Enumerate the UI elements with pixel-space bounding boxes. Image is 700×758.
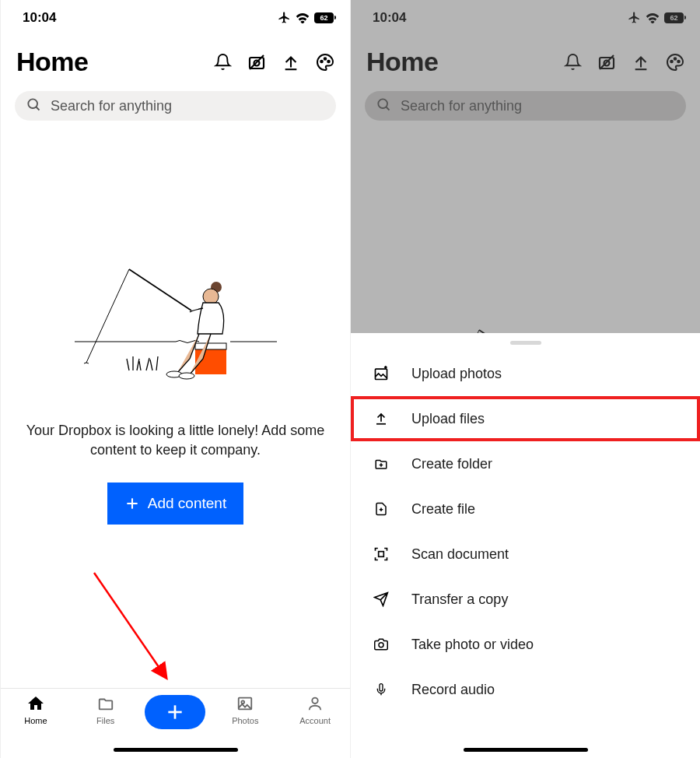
wifi-icon [646, 12, 660, 23]
status-time: 10:04 [23, 10, 56, 26]
airplane-mode-icon [278, 11, 291, 24]
search-placeholder: Search for anything [401, 98, 522, 114]
svg-point-30 [670, 60, 673, 62]
plus-icon [124, 496, 140, 511]
sheet-handle[interactable] [510, 341, 541, 345]
menu-label: Scan document [411, 546, 509, 563]
svg-point-7 [28, 99, 37, 108]
nav-files[interactable]: Files [71, 693, 141, 725]
svg-point-44 [379, 643, 383, 647]
nav-files-label: Files [96, 716, 114, 725]
empty-state-illustration [75, 242, 277, 390]
folder-icon [96, 693, 116, 714]
menu-create-file[interactable]: Create file [351, 486, 700, 532]
svg-line-34 [387, 107, 390, 111]
create-file-icon [373, 500, 390, 518]
palette-icon[interactable] [316, 53, 334, 72]
menu-create-folder[interactable]: Create folder [351, 441, 700, 486]
upload-files-icon [373, 410, 390, 427]
status-icons: 62 [278, 11, 336, 24]
create-folder-icon [373, 455, 390, 472]
battery-level: 62 [314, 12, 334, 23]
notifications-icon[interactable] [213, 53, 232, 72]
search-icon [376, 97, 391, 115]
status-bar: 10:04 62 [351, 0, 700, 28]
svg-point-31 [674, 58, 677, 60]
camera-off-icon[interactable] [247, 53, 266, 72]
nav-home[interactable]: Home [1, 693, 71, 725]
menu-record-audio[interactable]: Record audio [351, 667, 700, 712]
status-icons: 62 [628, 11, 686, 24]
nav-account-label: Account [299, 716, 331, 725]
upload-icon[interactable] [632, 53, 650, 72]
svg-point-5 [324, 58, 327, 60]
page-title: Home [366, 47, 438, 77]
home-indicator[interactable] [464, 748, 588, 752]
nav-photos-label: Photos [232, 716, 258, 725]
status-time: 10:04 [373, 10, 406, 26]
svg-point-4 [320, 60, 323, 62]
menu-transfer-copy[interactable]: Transfer a copy [351, 577, 700, 622]
notifications-icon[interactable] [563, 53, 582, 72]
nav-home-label: Home [24, 716, 47, 725]
airplane-mode-icon [628, 11, 641, 24]
svg-point-25 [312, 698, 317, 704]
menu-take-photo[interactable]: Take photo or video [351, 622, 700, 667]
add-content-button[interactable]: Add content [107, 483, 243, 525]
status-bar: 10:04 62 [1, 0, 350, 28]
menu-upload-files[interactable]: Upload files [351, 396, 700, 441]
palette-icon[interactable] [666, 53, 684, 72]
search-bar[interactable]: Search for anything [15, 91, 336, 121]
send-icon [373, 591, 390, 608]
menu-upload-photos[interactable]: Upload photos [351, 351, 700, 396]
menu-scan-document[interactable]: Scan document [351, 532, 700, 577]
photo-upload-icon [373, 365, 390, 382]
menu-label: Take photo or video [411, 637, 534, 653]
svg-point-6 [327, 60, 330, 62]
search-icon [26, 97, 41, 115]
menu-label: Create file [411, 501, 475, 518]
battery-indicator: 62 [664, 12, 686, 23]
camera-off-icon[interactable] [597, 53, 616, 72]
photo-icon [235, 693, 255, 714]
nav-photos[interactable]: Photos [210, 693, 280, 725]
screen-add-menu: 10:04 62 Home [350, 0, 700, 758]
scan-icon [373, 546, 390, 563]
dimmed-background[interactable] [351, 125, 700, 343]
action-sheet: Upload photos Upload files Create folder… [351, 333, 700, 758]
menu-label: Transfer a copy [411, 591, 508, 608]
empty-state-message: Your Dropbox is looking a little lonely!… [20, 421, 331, 459]
home-indicator[interactable] [114, 748, 238, 752]
svg-point-24 [242, 700, 245, 704]
svg-rect-12 [195, 343, 226, 349]
main-content: Your Dropbox is looking a little lonely!… [1, 125, 350, 688]
menu-label: Record audio [411, 682, 495, 698]
app-header: Home [351, 28, 700, 86]
home-icon [26, 693, 46, 714]
svg-point-14 [203, 289, 219, 304]
svg-point-16 [179, 373, 194, 379]
nav-add[interactable] [141, 693, 211, 729]
app-header: Home [1, 28, 350, 86]
header-actions [213, 53, 334, 72]
battery-indicator: 62 [314, 12, 336, 23]
account-icon [305, 693, 325, 714]
menu-label: Upload files [411, 411, 485, 427]
nav-account[interactable]: Account [280, 693, 350, 725]
fab-button[interactable] [145, 695, 205, 729]
wifi-icon [296, 12, 310, 23]
page-title: Home [16, 47, 88, 77]
menu-label: Upload photos [411, 366, 502, 382]
svg-point-33 [378, 99, 387, 108]
screen-home: 10:04 62 Home [0, 0, 350, 758]
search-bar[interactable]: Search for anything [365, 91, 686, 121]
plus-icon [165, 702, 185, 722]
camera-icon [373, 636, 390, 653]
menu-label: Create folder [411, 456, 492, 472]
microphone-icon [373, 681, 390, 698]
add-content-label: Add content [148, 495, 226, 512]
upload-icon[interactable] [282, 53, 300, 72]
header-actions [563, 53, 684, 72]
svg-line-8 [37, 107, 40, 111]
search-placeholder: Search for anything [51, 98, 172, 114]
